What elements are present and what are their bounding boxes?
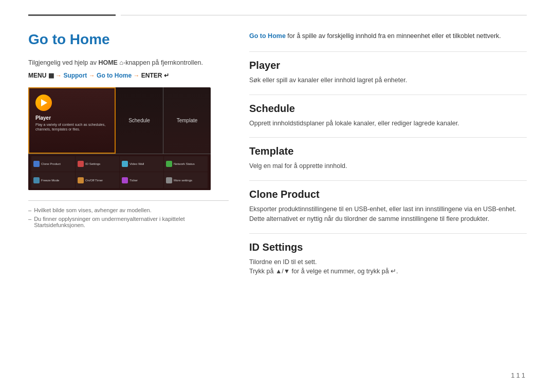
footnote-1: – Hvilket bilde som vises, avhenger av m… <box>28 207 229 213</box>
ticker-icon <box>122 177 128 183</box>
section-id-settings: ID Settings Tilordne en ID til et sett. … <box>249 233 527 277</box>
grid-clone-product-label: Clone Product <box>41 162 61 165</box>
grid-network-status: Network Status <box>164 156 208 172</box>
screen-template-section: Template <box>163 87 211 154</box>
footnote-1-text: Hvilket bilde som vises, avhenger av mod… <box>34 207 152 213</box>
section-title-player: Player <box>249 60 527 71</box>
grid-video-wall: Video Wall <box>120 156 163 172</box>
grid-more-settings-label: More settings <box>174 179 192 182</box>
menu-key: MENU <box>28 72 46 79</box>
top-decorative-lines <box>0 0 555 16</box>
arrow-2: → <box>89 72 97 79</box>
enter-icon: ↵ <box>164 72 169 79</box>
screen-player-title: Player <box>35 115 51 121</box>
grid-id-settings: ID Settings <box>76 156 119 172</box>
section-divider-schedule <box>249 95 527 95</box>
section-title-template: Template <box>249 145 527 157</box>
page-number: 111 <box>511 371 527 379</box>
section-divider-id <box>249 233 527 234</box>
grid-freeze-mode-label: Freeze Mode <box>41 179 59 182</box>
grid-ticker: Ticker <box>120 172 163 188</box>
page-title: Go to Home <box>28 31 229 48</box>
home-icon: ⌂ <box>119 59 123 66</box>
section-player: Player Søk eller spill av kanaler eller … <box>249 51 527 85</box>
section-text-id-2: Trykk på ▲/▼ for å velge et nummer, og t… <box>249 267 527 276</box>
grid-video-wall-label: Video Wall <box>130 162 144 165</box>
section-schedule: Schedule Opprett innholdstidsplaner på l… <box>249 95 527 128</box>
main-content: Go to Home Tilgjengelig ved hjelp av HOM… <box>0 16 555 392</box>
go-to-home-highlight: Go to Home <box>249 32 286 40</box>
grid-onoff-timer-label: On/Off Timer <box>85 179 103 182</box>
screen-player-section: Player Play a variety of content such as… <box>28 87 116 154</box>
play-triangle-icon <box>41 99 47 106</box>
section-text-player: Søk eller spill av kanaler eller innhold… <box>249 76 527 85</box>
grid-network-status-label: Network Status <box>174 162 195 165</box>
screen-mockup: Player Play a variety of content such as… <box>28 87 211 190</box>
footnote-dash-1: – <box>28 207 31 213</box>
section-divider-player <box>249 51 527 52</box>
section-text-id-1: Tilordne en ID til et sett. <box>249 257 527 267</box>
onoff-timer-icon <box>78 177 84 183</box>
right-column: Go to Home for å spille av forskjellig i… <box>249 31 527 377</box>
arrow-3: → <box>133 72 141 79</box>
screen-top-bar: Player Play a variety of content such as… <box>28 87 211 154</box>
right-intro-text: for å spille av forskjellig innhold fra … <box>287 32 501 40</box>
screen-template-label: Template <box>177 118 198 123</box>
menu-path: MENU ▦ → Support → Go to Home → ENTER ↵ <box>28 72 229 79</box>
video-wall-icon <box>122 161 128 167</box>
screen-bottom-grid: Clone Product ID Settings Video Wall Net… <box>28 154 211 190</box>
screen-schedule-section: Schedule <box>116 87 163 154</box>
section-title-clone: Clone Product <box>249 189 527 200</box>
footnote-2-text: Du finner opplysninger om undermenyalter… <box>34 216 229 228</box>
top-line-light <box>121 15 527 15</box>
footnote-2: – Du finner opplysninger om undermenyalt… <box>28 216 229 228</box>
grid-id-settings-label: ID Settings <box>85 162 100 165</box>
left-column: Go to Home Tilgjengelig ved hjelp av HOM… <box>28 31 229 377</box>
grid-onoff-timer: On/Off Timer <box>76 172 119 188</box>
more-settings-icon <box>166 177 172 183</box>
right-intro: Go to Home for å spille av forskjellig i… <box>249 31 527 41</box>
section-title-id: ID Settings <box>249 241 527 253</box>
footnotes: – Hvilket bilde som vises, avhenger av m… <box>28 200 229 228</box>
section-text-template: Velg en mal for å opprette innhold. <box>249 161 527 171</box>
section-template: Template Velg en mal for å opprette innh… <box>249 137 527 171</box>
screen-schedule-label: Schedule <box>128 118 150 123</box>
section-text-clone-1: Eksporter produktinnstillingene til en U… <box>249 204 527 214</box>
grid-freeze-mode: Freeze Mode <box>31 172 75 188</box>
support-link: Support <box>63 72 87 79</box>
id-settings-icon <box>78 161 84 167</box>
network-status-icon <box>166 161 172 167</box>
intro-text: Tilgjengelig ved hjelp av HOME ⌂-knappen… <box>28 58 229 68</box>
arrow-1: → <box>55 72 63 79</box>
section-text-clone-2: Dette alternativet er nyttig når du tilo… <box>249 214 527 224</box>
section-divider-clone <box>249 180 527 181</box>
footnote-dash-2: – <box>28 216 31 228</box>
grid-clone-product: Clone Product <box>31 156 75 172</box>
grid-ticker-label: Ticker <box>130 179 138 182</box>
section-clone-product: Clone Product Eksporter produktinnstilli… <box>249 180 527 224</box>
freeze-mode-icon <box>33 177 40 183</box>
play-button-icon <box>35 95 52 111</box>
go-to-home-link: Go to Home <box>97 72 132 79</box>
menu-icon: ▦ <box>48 72 55 79</box>
screen-player-desc: Play a variety of content such as schedu… <box>35 122 109 132</box>
section-text-schedule: Opprett innholdstidsplaner på lokale kan… <box>249 119 527 128</box>
enter-key: ENTER <box>141 72 162 79</box>
section-title-schedule: Schedule <box>249 103 527 115</box>
home-key-label: HOME <box>98 59 118 66</box>
grid-more-settings: More settings <box>164 172 208 188</box>
clone-product-icon <box>33 161 40 167</box>
section-divider-template <box>249 137 527 138</box>
